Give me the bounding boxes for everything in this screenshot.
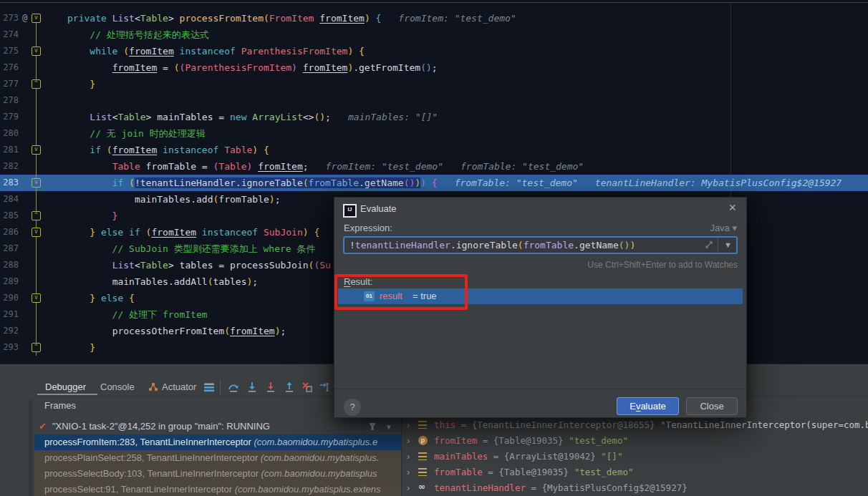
line-number[interactable]: 291 (0, 306, 19, 323)
frame-row[interactable]: processSelect:91, TenantLineInnerInterce… (34, 482, 401, 496)
code-text: // 处理括号括起来的表达式 (67, 26, 209, 43)
line-number[interactable]: 284 (0, 191, 19, 208)
thread-running-check-icon: ✔ (39, 421, 47, 432)
dialog-title: Evaluate (360, 203, 397, 214)
expression-text: !tenantLineHandler.ignoreTable(fromTable… (349, 238, 635, 253)
fold-marker-icon[interactable]: v (32, 14, 41, 23)
variable-text: fromItem = {Table@19035} "test_demo" (434, 433, 628, 449)
line-number[interactable]: 280 (0, 125, 19, 142)
code-line-277: 277^ } (0, 76, 868, 92)
sync-icon: ∞ (418, 482, 425, 491)
step-into-icon[interactable] (246, 381, 258, 393)
fold-marker-icon[interactable]: v (32, 228, 41, 237)
line-number[interactable]: 285 (0, 208, 19, 224)
step-out-icon[interactable] (284, 381, 295, 393)
variable-row-this[interactable]: ›this = {TenantLineInnerInterceptor@1865… (401, 417, 868, 433)
line-number[interactable]: 281 (0, 142, 19, 158)
line-number[interactable]: 275 (0, 43, 19, 59)
chevron-right-icon[interactable]: › (407, 480, 410, 496)
editor-top-border (0, 2, 868, 3)
line-number[interactable]: 273 (0, 10, 19, 26)
code-text: fromItem = ((ParenthesisFromItem) fromIt… (67, 59, 438, 76)
frame-row[interactable]: processFromItem:283, TenantLineInnerInte… (34, 434, 401, 450)
thread-label: "XNIO-1 task-2"@14,252 in group "main": … (52, 421, 270, 432)
line-number[interactable]: 289 (0, 273, 19, 290)
drop-frame-icon[interactable] (302, 381, 313, 393)
code-line-281: 281v if (fromItem instanceof Table) { (0, 142, 868, 158)
variable-row-tenantLineHandler[interactable]: ›∞tenantLineHandler = {MybatisPlusConfig… (401, 480, 868, 496)
variable-text: tenantLineHandler = {MybatisPlusConfig$2… (434, 480, 688, 496)
line-number[interactable]: 277 (0, 76, 19, 92)
code-text: while (fromItem instanceof ParenthesisFr… (67, 43, 365, 59)
fold-marker-icon[interactable]: v (32, 178, 41, 188)
red-highlight-annotation (334, 274, 468, 310)
filter-funnel-icon[interactable] (367, 422, 377, 432)
line-number[interactable]: 287 (0, 240, 19, 257)
frame-label: processPlainSelect:258, TenantLineInnerI… (44, 452, 261, 463)
language-selector[interactable]: Java ▾ (710, 223, 737, 233)
line-number[interactable]: 282 (0, 158, 19, 175)
tab-actuator[interactable]: Actuator (162, 380, 196, 394)
expression-label: Expression: (344, 223, 392, 233)
force-step-into-icon[interactable] (265, 381, 276, 393)
variable-text: mainTables = {ArrayList@19042} "[]" (434, 449, 622, 465)
line-number[interactable]: 283 (0, 175, 19, 191)
code-text: List<Table> tables = processSubJoin((Su (67, 257, 331, 273)
code-line-273: 273@vprivate List<Table> processFromItem… (0, 10, 868, 26)
fold-marker-icon[interactable]: v (32, 145, 41, 155)
line-number[interactable]: 286 (0, 224, 19, 240)
layout-menu-icon[interactable] (203, 381, 215, 393)
chevron-right-icon[interactable]: › (407, 465, 410, 480)
code-text: } (67, 208, 117, 224)
frame-row[interactable]: processPlainSelect:258, TenantLineInnerI… (34, 450, 401, 466)
fold-marker-icon[interactable]: ^ (32, 343, 41, 352)
chevron-right-icon[interactable]: › (407, 417, 410, 433)
inline-debug-hint: fromTable: "test_demo" (455, 178, 578, 188)
variable-row-fromTable[interactable]: ›fromTable = {Table@19035} "test_demo" (401, 465, 868, 480)
run-to-cursor-icon[interactable] (319, 381, 331, 393)
code-text: private List<Table> processFromItem(From… (67, 10, 516, 26)
thread-dropdown-icon[interactable]: ▾ (387, 419, 391, 434)
fold-marker-icon[interactable]: ^ (32, 79, 41, 89)
frame-package: (com.baomidou.mybatisplus.e (254, 437, 377, 447)
fold-marker-icon[interactable]: v (32, 47, 41, 56)
line-number[interactable]: 274 (0, 26, 19, 43)
variable-row-mainTables[interactable]: ›mainTables = {ArrayList@19042} "[]" (401, 449, 868, 465)
close-icon[interactable]: × (728, 201, 736, 214)
expand-editor-icon[interactable] (703, 239, 715, 251)
toolbar-separator (220, 379, 221, 395)
step-over-icon[interactable] (228, 381, 239, 393)
field-icon (418, 452, 427, 460)
thread-row[interactable]: ✔"XNIO-1 task-2"@14,252 in group "main":… (34, 419, 401, 434)
history-dropdown-icon[interactable]: ▼ (724, 238, 732, 253)
fold-marker-icon[interactable]: ^ (32, 211, 41, 220)
code-line-276: 276 fromItem = ((ParenthesisFromItem) fr… (0, 59, 868, 76)
chevron-right-icon[interactable]: › (407, 449, 410, 465)
frame-package: (com.baomidou.mybatisplus (261, 468, 377, 479)
expression-input[interactable]: !tenantLineHandler.ignoreTable(fromTable… (343, 236, 738, 254)
code-text: } else { (67, 290, 135, 306)
tab-debugger[interactable]: Debugger (45, 380, 86, 394)
line-number[interactable]: 279 (0, 109, 19, 125)
help-button[interactable]: ? (344, 399, 361, 416)
code-line-278: 278 (0, 92, 868, 109)
line-number[interactable]: 293 (0, 339, 19, 356)
tab-console[interactable]: Console (100, 380, 135, 394)
variable-row-fromItem[interactable]: ›pfromItem = {Table@19035} "test_demo" (401, 433, 868, 449)
line-number[interactable]: 288 (0, 257, 19, 273)
frame-package: (com.baomidou.mybatisplus. (261, 452, 379, 463)
code-line-282: 282 Table fromTable = (Table) fromItem;f… (0, 158, 868, 175)
line-number[interactable]: 290 (0, 290, 19, 306)
close-button[interactable]: Close (686, 397, 738, 415)
line-number[interactable]: 292 (0, 323, 19, 339)
evaluate-button[interactable]: Evaluate (617, 397, 679, 415)
line-number[interactable]: 278 (0, 92, 19, 109)
fold-marker-icon[interactable]: v (32, 293, 41, 303)
inline-debug-hint: fromItem: "test_demo" (326, 161, 443, 172)
frames-scrollbar[interactable] (29, 399, 33, 496)
frame-row[interactable]: processSelectBody:103, TenantLineInnerIn… (34, 466, 401, 482)
chevron-right-icon[interactable]: › (407, 433, 410, 449)
code-line-280: 280 // 无 join 时的处理逻辑 (0, 125, 868, 142)
line-number[interactable]: 276 (0, 59, 19, 76)
code-line-275: 275v while (fromItem instanceof Parenthe… (0, 43, 868, 59)
